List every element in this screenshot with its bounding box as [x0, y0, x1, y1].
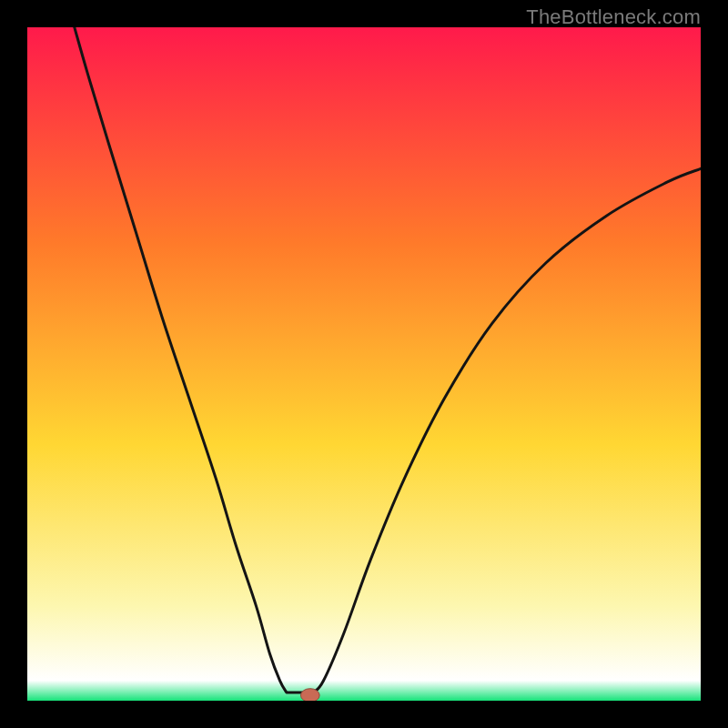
watermark-text: TheBottleneck.com — [526, 5, 701, 29]
valley-marker — [300, 689, 319, 701]
gradient-background — [27, 27, 701, 701]
chart-frame: TheBottleneck.com — [0, 0, 728, 728]
chart-svg — [27, 27, 701, 701]
plot-area — [27, 27, 701, 701]
